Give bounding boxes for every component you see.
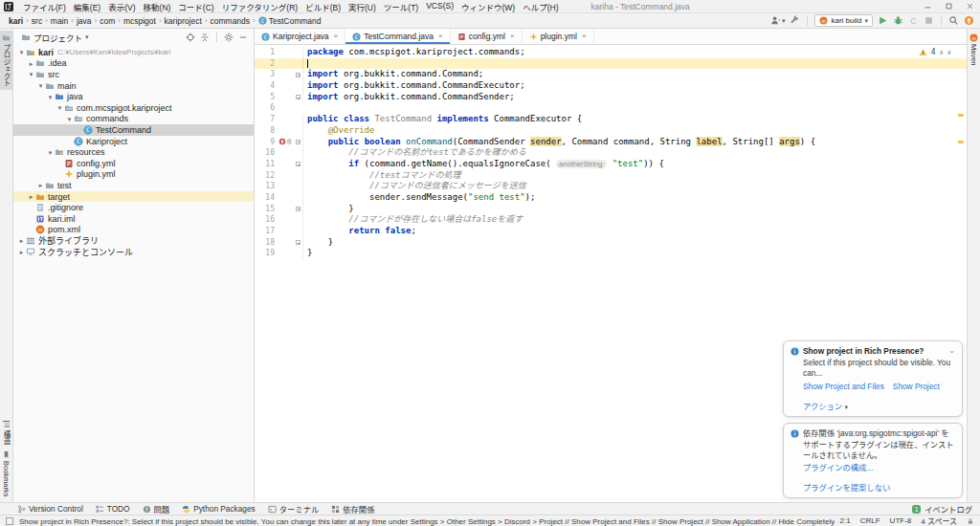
- stripe-item-project[interactable]: プロジェクト: [0, 31, 12, 90]
- panel-settings-button[interactable]: [224, 31, 234, 43]
- breadcrumb-item-commands[interactable]: commands: [208, 16, 254, 26]
- breadcrumb-item-java[interactable]: java: [74, 16, 95, 26]
- maximize-button[interactable]: [938, 0, 959, 12]
- build-project-button[interactable]: [790, 14, 800, 27]
- code-line-8[interactable]: 8 @Override: [255, 125, 967, 137]
- event-log-button[interactable]: 1イベントログ: [912, 503, 972, 515]
- code-line-9[interactable]: 9@ public boolean onCommand(CommandSende…: [255, 137, 967, 148]
- menu-item-6[interactable]: ビルド(B): [301, 1, 345, 12]
- tool-window-button-問題[interactable]: 問題: [143, 503, 170, 515]
- tree-toggle-icon[interactable]: ▾: [27, 71, 35, 77]
- chevron-down-icon[interactable]: ⌄: [948, 346, 955, 355]
- tab-close-icon[interactable]: ×: [510, 33, 515, 40]
- status-message[interactable]: Show project in Rich Presence?: Select i…: [19, 515, 835, 526]
- code-line-3[interactable]: 3import org.bukkit.command.Command;: [255, 69, 967, 80]
- run-button[interactable]: [878, 14, 888, 27]
- collapse-all-button[interactable]: [200, 31, 210, 43]
- tree-toggle-icon[interactable]: ▾: [65, 116, 74, 122]
- editor-tab-plugin.yml[interactable]: plugin.yml×: [523, 29, 594, 44]
- tree-node-main[interactable]: ▾main: [13, 80, 254, 92]
- tree-node-.idea[interactable]: ▸.idea: [13, 58, 254, 70]
- tree-toggle-icon[interactable]: ▸: [36, 182, 45, 188]
- tree-node-TestCommand[interactable]: CTestCommand: [13, 124, 254, 136]
- code-line-17[interactable]: 17 return false;: [255, 226, 967, 237]
- locate-file-button[interactable]: [186, 31, 195, 43]
- tree-node-Kariproject[interactable]: CKariproject: [13, 136, 254, 147]
- fold-marker-icon[interactable]: [296, 240, 301, 245]
- stripe-item-bookmarks[interactable]: Bookmarks: [1, 448, 11, 500]
- menu-item-8[interactable]: ツール(T): [380, 1, 422, 12]
- editor-tab-Kariproject.java[interactable]: CKariproject.java×: [255, 29, 345, 44]
- code-line-5[interactable]: 5import org.bukkit.command.CommandSender…: [255, 92, 967, 103]
- notification-link[interactable]: プラグインの構成...: [803, 461, 873, 472]
- ide-update-button[interactable]: [964, 14, 974, 27]
- breadcrumb-item-main[interactable]: main: [48, 16, 71, 26]
- close-button[interactable]: [959, 0, 980, 12]
- lock-icon[interactable]: [967, 517, 974, 525]
- tree-toggle-icon[interactable]: ▾: [56, 104, 64, 111]
- code-line-14[interactable]: 14 sender.sendMessage("send test");: [255, 192, 967, 204]
- tab-close-icon[interactable]: ×: [438, 33, 443, 40]
- tree-node-kari[interactable]: ▾kariC:¥Users¥Ken¥IdeaProjects¥kari: [13, 47, 254, 58]
- code-line-7[interactable]: 7public class TestCommand implements Com…: [255, 114, 967, 125]
- next-problem-icon[interactable]: ∨: [947, 49, 951, 56]
- code-line-1[interactable]: 1package com.mcspigot.kariproject.comman…: [255, 47, 967, 58]
- editor-tab-TestCommand.java[interactable]: CTestCommand.java×: [345, 29, 450, 44]
- menu-item-9[interactable]: VCS(S): [422, 1, 457, 12]
- fold-marker-icon[interactable]: [296, 207, 301, 211]
- tool-window-button-依存関係[interactable]: 依存関係: [331, 503, 374, 515]
- tree-node-resources[interactable]: ▾resources: [13, 146, 254, 158]
- tree-toggle-icon[interactable]: ▸: [17, 249, 26, 255]
- annotation-gutter-icon[interactable]: @: [287, 137, 291, 148]
- tool-window-button-ターミナル[interactable]: ターミナル: [268, 503, 320, 515]
- tree-toggle-icon[interactable]: ▸: [27, 60, 35, 67]
- tree-toggle-icon[interactable]: ▾: [46, 149, 55, 156]
- menu-item-11[interactable]: ヘルプ(H): [519, 1, 562, 12]
- menu-item-1[interactable]: 編集(E): [70, 1, 104, 12]
- run-with-coverage-button[interactable]: C: [908, 14, 919, 27]
- tab-close-icon[interactable]: ×: [334, 33, 339, 40]
- fold-marker-icon[interactable]: [296, 95, 301, 99]
- code-line-2[interactable]: 2: [255, 58, 967, 70]
- tree-node-src[interactable]: ▾src: [13, 69, 254, 80]
- notification-action-menu[interactable]: アクション ▾: [803, 400, 848, 411]
- tree-node-java[interactable]: ▾java: [13, 91, 254, 102]
- tree-toggle-icon[interactable]: ▾: [36, 82, 45, 89]
- menu-item-3[interactable]: 移動(N): [140, 1, 175, 12]
- tree-node-config.yml[interactable]: config.yml: [13, 158, 254, 169]
- code-line-10[interactable]: 10 //コマンドの名前がtestであるかを確かめる: [255, 147, 967, 159]
- code-line-4[interactable]: 4import org.bukkit.command.CommandExecut…: [255, 80, 967, 92]
- minimize-button[interactable]: [917, 0, 938, 12]
- menu-item-7[interactable]: 実行(U): [345, 1, 380, 12]
- notification-link[interactable]: プラグインを提案しない: [803, 481, 890, 493]
- code-line-12[interactable]: 12 //testコマンドの処理: [255, 170, 967, 182]
- search-everywhere-button[interactable]: [948, 14, 959, 27]
- tree-toggle-icon[interactable]: ▸: [27, 193, 35, 200]
- code-line-18[interactable]: 18 }: [255, 237, 967, 249]
- code-line-15[interactable]: 15 }: [255, 204, 967, 215]
- run-configuration-select[interactable]: mkari build▾: [814, 14, 873, 27]
- menu-item-10[interactable]: ウィンドウ(W): [457, 1, 519, 12]
- tree-node-target[interactable]: ▸target: [13, 191, 254, 203]
- tool-window-button-TODO[interactable]: TODO: [96, 504, 130, 514]
- tree-node-plugin.yml[interactable]: plugin.yml: [13, 169, 254, 181]
- code-line-13[interactable]: 13 //コマンドの送信者にメッセージを送信: [255, 181, 967, 192]
- notification-link[interactable]: Show Project and Files: [803, 382, 884, 391]
- stop-button[interactable]: [924, 14, 934, 27]
- debug-button[interactable]: [893, 14, 903, 27]
- previous-problem-icon[interactable]: ∧: [940, 49, 944, 56]
- line-separator-widget[interactable]: CRLF: [860, 516, 880, 525]
- tree-node-kari.iml[interactable]: kari.iml: [13, 213, 254, 225]
- tree-node-test[interactable]: ▸test: [13, 180, 254, 191]
- code-line-6[interactable]: 6: [255, 102, 967, 114]
- code-line-19[interactable]: 19}: [255, 248, 967, 259]
- indent-widget[interactable]: 4 スペース: [921, 515, 957, 526]
- menu-item-5[interactable]: リファクタリング(R): [218, 1, 301, 12]
- breadcrumb-item-src[interactable]: src: [29, 16, 45, 26]
- tree-node-pom.xml[interactable]: mpom.xml: [13, 225, 254, 236]
- editor-tab-config.yml[interactable]: config.yml×: [451, 29, 523, 44]
- override-icon[interactable]: [278, 138, 286, 145]
- project-panel-title[interactable]: プロジェクト ▾: [21, 32, 89, 43]
- caret-position-widget[interactable]: 2:1: [840, 516, 851, 525]
- menu-item-4[interactable]: コード(C): [174, 1, 217, 12]
